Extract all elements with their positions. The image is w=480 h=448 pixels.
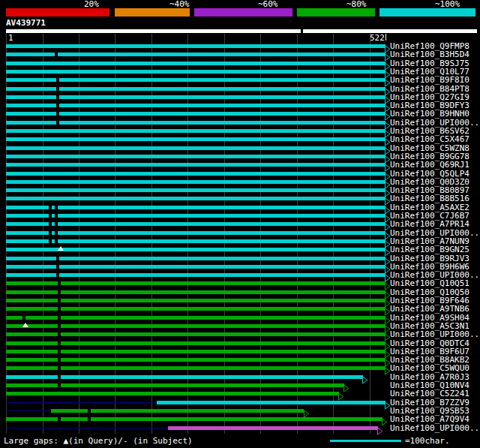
subject-gap-marker — [56, 111, 59, 116]
alignment-bar[interactable] — [6, 307, 386, 311]
alignment-bar[interactable] — [6, 163, 386, 167]
alignment-bar[interactable] — [6, 222, 386, 226]
alignment-row: UniRef100_Q10Q51 — [0, 279, 480, 287]
alignment-bar[interactable] — [6, 44, 386, 48]
alignment-bar[interactable] — [6, 392, 339, 395]
query-gap-marker — [58, 246, 64, 251]
alignment-bar[interactable] — [6, 78, 386, 82]
alignment-bar[interactable] — [6, 137, 386, 141]
alignment-bar[interactable] — [6, 265, 386, 269]
alignment-bar[interactable] — [6, 146, 386, 150]
identity-scale-bar: 20%~40%~60%~80%~100% — [0, 0, 480, 17]
alignment-bar[interactable] — [6, 155, 386, 158]
scale-bar-label: ~100% — [435, 0, 460, 8]
subject-gap-marker — [22, 315, 26, 320]
scale-bar-segment — [380, 8, 476, 17]
subject-gap-marker — [49, 221, 52, 227]
alignment-bar[interactable] — [6, 231, 386, 235]
hit-accession-label[interactable]: UniRef100_UPI000.. — [390, 424, 479, 432]
hit-accession-label[interactable]: UniRef100_B9HNH0 — [390, 110, 470, 118]
alignment-row: UniRef100_Q69RJ1 — [0, 161, 480, 169]
subject-gap-marker — [55, 205, 58, 210]
alignment-bar[interactable] — [6, 62, 386, 65]
subject-gap-marker — [56, 256, 59, 261]
query-gap-marker — [22, 323, 28, 327]
subject-gap-marker — [49, 230, 52, 236]
alignment-bar[interactable] — [6, 188, 386, 192]
scale-bar-segment — [297, 8, 375, 17]
scale-bar-label: ~40% — [170, 0, 190, 8]
subject-gap-marker — [58, 298, 61, 303]
alignment-bar[interactable] — [6, 129, 386, 133]
alignment-bar[interactable] — [6, 290, 386, 294]
alignment-bar[interactable] — [6, 332, 386, 336]
alignment-bar[interactable] — [6, 257, 386, 260]
subject-gap-marker — [49, 205, 52, 210]
alignment-row: UniRef100_C5X467 — [0, 135, 480, 143]
alignment-bar[interactable] — [6, 206, 386, 209]
subject-gap-marker — [56, 103, 59, 108]
hit-accession-label[interactable]: UniRef100_B8B516 — [390, 194, 470, 203]
hit-accession-label[interactable]: UniRef100_A9TNB6 — [390, 305, 470, 313]
alignment-row: UniRef100_A9TNB6 — [0, 305, 480, 313]
alignment-bar[interactable] — [6, 112, 386, 116]
subject-gap-marker — [58, 323, 61, 329]
alignment-bar[interactable] — [6, 87, 386, 91]
alignment-bar[interactable] — [6, 95, 386, 99]
hit-accession-label[interactable]: UniRef100_C5WQU0 — [390, 364, 470, 372]
subject-gap-marker — [56, 77, 59, 83]
subject-gap-marker — [49, 239, 52, 244]
alignment-bar[interactable] — [6, 281, 386, 285]
subject-gap-marker — [56, 86, 59, 92]
alignment-bar[interactable] — [6, 104, 386, 107]
alignment-bar[interactable] — [6, 366, 386, 370]
alignment-row: UniRef100_B9GN25 — [0, 245, 480, 254]
hit-accession-label[interactable]: UniRef100_Q10Q51 — [390, 279, 470, 287]
subject-gap-marker — [49, 213, 52, 218]
alignment-bar[interactable] — [168, 426, 378, 430]
alignment-bar[interactable] — [6, 70, 386, 74]
subject-gap-marker — [55, 52, 58, 57]
subject-gap-marker — [58, 349, 61, 354]
hit-accession-label[interactable]: UniRef100_B9F8I0 — [390, 76, 470, 84]
hit-accession-label[interactable]: UniRef100_C5X467 — [390, 135, 470, 143]
alignment-row: UniRef100_B9F8I0 — [0, 76, 480, 84]
alignment-bar[interactable] — [6, 53, 386, 56]
subject-gap-marker — [88, 416, 91, 422]
alignment-rows: UniRef100_Q9FMP8UniRef100_B3H5D4UniRef10… — [0, 42, 480, 432]
subject-gap-marker — [58, 365, 61, 371]
alignment-bar[interactable] — [6, 316, 386, 320]
hit-accession-label[interactable]: UniRef100_B9GN25 — [390, 245, 470, 254]
hit-accession-label[interactable]: UniRef100_C5Z241 — [390, 389, 470, 398]
alignment-bar[interactable] — [6, 172, 386, 176]
subject-gap-marker — [58, 374, 61, 380]
alignment-row: UniRef100_UPI000.. — [0, 424, 480, 432]
query-bar — [6, 29, 477, 33]
scale-legend-line — [330, 440, 401, 442]
alignment-bar[interactable] — [6, 214, 386, 218]
alignment-bar[interactable] — [6, 197, 386, 200]
alignment-bar[interactable] — [157, 401, 386, 404]
alignment-bar[interactable] — [6, 273, 386, 277]
alignment-bar[interactable] — [6, 299, 386, 302]
alignment-bar[interactable] — [6, 417, 382, 421]
alignment-bar[interactable] — [6, 350, 386, 353]
hit-accession-label[interactable]: UniRef100_A7PR14 — [390, 220, 470, 228]
alignment-bar[interactable] — [6, 239, 386, 243]
alignment-bar[interactable] — [6, 358, 386, 362]
subject-gap-marker — [58, 383, 61, 388]
alignment-leader-line — [6, 428, 168, 428]
alignment-bar[interactable] — [6, 121, 386, 125]
alignment-bar[interactable] — [6, 341, 386, 345]
scale-legend-text: =100char. — [405, 436, 450, 446]
hit-accession-label[interactable]: UniRef100_UPI000.. — [390, 330, 479, 338]
subject-gap-marker — [58, 306, 61, 311]
alignment-bar[interactable] — [6, 383, 344, 387]
scale-bar-label: 20% — [84, 0, 99, 8]
hit-accession-label[interactable]: UniRef100_Q69RJ1 — [390, 161, 470, 169]
alignment-row: UniRef100_B8B516 — [0, 194, 480, 203]
hit-accession-label[interactable]: UniRef100_A7Q9V4 — [390, 415, 470, 423]
alignment-bar[interactable] — [6, 180, 386, 184]
alignment-bar[interactable] — [6, 324, 386, 328]
hit-accession-label[interactable]: UniRef100_B3H5D4 — [390, 50, 470, 59]
